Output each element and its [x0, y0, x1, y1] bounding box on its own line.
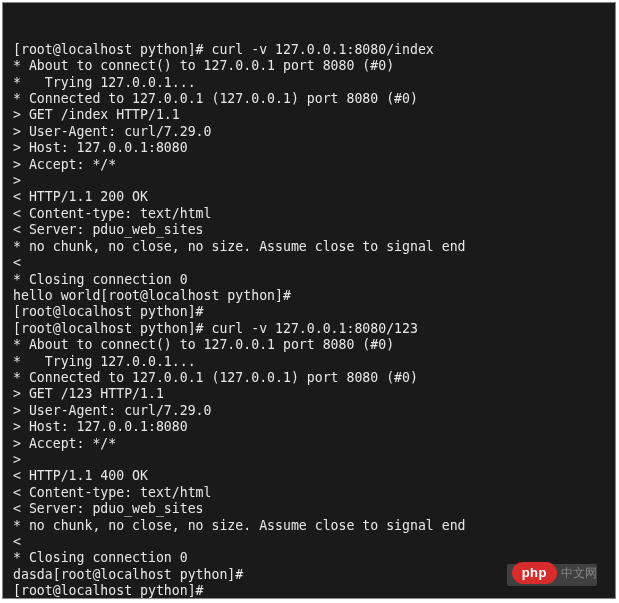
terminal-line: * Closing connection 0: [13, 272, 605, 288]
terminal-line: >: [13, 173, 605, 189]
terminal-line: >: [13, 452, 605, 468]
terminal-line: < Content-type: text/html: [13, 206, 605, 222]
terminal-line: [root@localhost python]# curl -v 127.0.0…: [13, 321, 605, 337]
terminal-line: < Server: pduo_web_sites: [13, 222, 605, 238]
terminal-line: [root@localhost python]#: [13, 304, 605, 320]
php-badge: php: [512, 562, 557, 584]
terminal-line: > User-Agent: curl/7.29.0: [13, 124, 605, 140]
terminal-line: > Host: 127.0.0.1:8080: [13, 419, 605, 435]
terminal-line: * About to connect() to 127.0.0.1 port 8…: [13, 337, 605, 353]
watermark: php 中文网: [512, 562, 597, 584]
terminal-line: > Accept: */*: [13, 157, 605, 173]
terminal-line: > Host: 127.0.0.1:8080: [13, 140, 605, 156]
terminal-line: > User-Agent: curl/7.29.0: [13, 403, 605, 419]
terminal-line: > GET /index HTTP/1.1: [13, 107, 605, 123]
terminal-line: * no chunk, no close, no size. Assume cl…: [13, 518, 605, 534]
terminal-line: * Connected to 127.0.0.1 (127.0.0.1) por…: [13, 370, 605, 386]
terminal-line: * no chunk, no close, no size. Assume cl…: [13, 239, 605, 255]
terminal-line: > GET /123 HTTP/1.1: [13, 386, 605, 402]
terminal-line: * Trying 127.0.0.1...: [13, 354, 605, 370]
terminal-line: [root@localhost python]# curl -v 127.0.0…: [13, 42, 605, 58]
terminal-window[interactable]: [root@localhost python]# curl -v 127.0.0…: [2, 2, 616, 599]
terminal-line: * Connected to 127.0.0.1 (127.0.0.1) por…: [13, 91, 605, 107]
terminal-line: > Accept: */*: [13, 436, 605, 452]
watermark-suffix: 中文网: [561, 565, 597, 581]
terminal-line: < Server: pduo_web_sites: [13, 501, 605, 517]
terminal-line: < HTTP/1.1 400 OK: [13, 468, 605, 484]
terminal-line: <: [13, 255, 605, 271]
terminal-line: * About to connect() to 127.0.0.1 port 8…: [13, 58, 605, 74]
terminal-line: * Trying 127.0.0.1...: [13, 75, 605, 91]
terminal-output: [root@localhost python]# curl -v 127.0.0…: [13, 42, 605, 599]
terminal-line: < HTTP/1.1 200 OK: [13, 189, 605, 205]
terminal-line: hello world[root@localhost python]#: [13, 288, 605, 304]
terminal-line: < Content-type: text/html: [13, 485, 605, 501]
terminal-line: <: [13, 534, 605, 550]
